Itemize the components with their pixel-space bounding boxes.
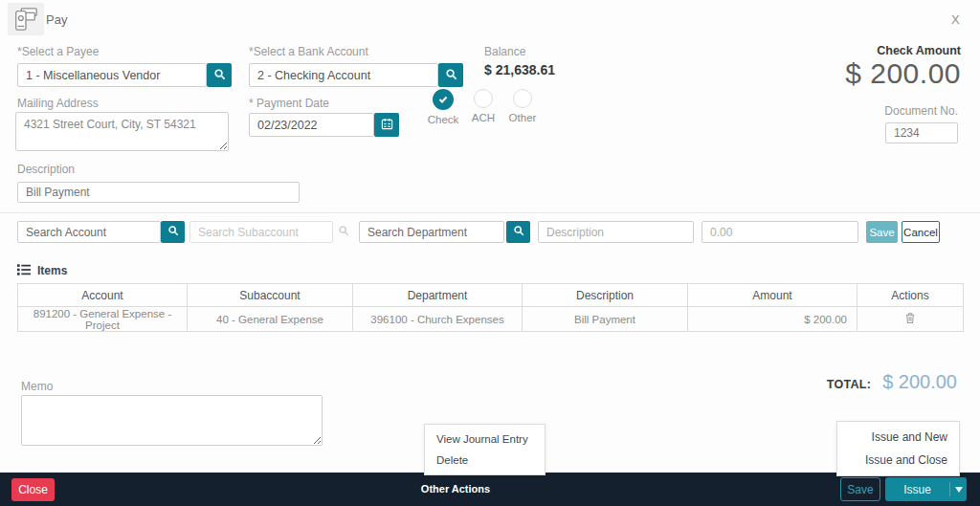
radio-unselected-icon <box>513 89 532 108</box>
other-actions-menu: View Journal Entry Delete <box>424 424 546 475</box>
payment-method-label: Other <box>509 112 537 123</box>
radio-selected-icon <box>433 89 454 110</box>
list-icon <box>17 262 31 279</box>
check-amount-label: Check Amount <box>877 44 961 57</box>
item-amount-input[interactable] <box>702 221 858 243</box>
item-save-button[interactable]: Save <box>866 221 898 243</box>
payment-date-input[interactable] <box>249 113 374 137</box>
issue-button-label: Issue <box>885 483 949 496</box>
check-amount-value: $ 200.00 <box>845 57 961 90</box>
save-button[interactable]: Save <box>840 477 880 501</box>
memo-textarea[interactable] <box>21 395 323 446</box>
issue-menu: Issue and New Issue and Close <box>836 421 960 476</box>
balance-value: $ 21,638.61 <box>484 62 555 77</box>
balance-label: Balance <box>484 45 525 58</box>
search-icon <box>445 68 457 83</box>
search-department-button[interactable] <box>506 221 530 243</box>
description-label: Description <box>17 163 75 176</box>
table-row: 891200 - General Expense - Project 40 - … <box>18 307 964 332</box>
menu-item-delete[interactable]: Delete <box>425 454 545 466</box>
pay-dialog: Pay X *Select a Payee *Select a Bank Acc… <box>0 0 980 506</box>
other-actions-button[interactable]: Other Actions <box>403 483 508 495</box>
search-icon <box>167 225 179 239</box>
payee-input[interactable] <box>17 63 207 87</box>
trash-icon[interactable] <box>904 312 916 326</box>
document-no-label: Document No. <box>884 104 958 118</box>
items-table-header-row: Account Subaccount Department Descriptio… <box>18 284 964 307</box>
item-account: 891200 - General Expense - Project <box>18 307 188 332</box>
memo-label: Memo <box>21 380 53 393</box>
radio-unselected-icon <box>474 89 493 108</box>
bank-account-input[interactable] <box>249 63 438 87</box>
total-row: TOTAL: $ 200.00 <box>827 371 957 393</box>
items-section-label: Items <box>37 264 67 277</box>
payment-date-label: * Payment Date <box>249 97 329 110</box>
total-value: $ 200.00 <box>882 371 957 393</box>
mailing-address-label: Mailing Address <box>17 97 99 110</box>
search-subaccount-button-disabled <box>333 221 354 243</box>
item-description: Bill Payment <box>523 307 688 332</box>
search-account-button[interactable] <box>161 221 185 243</box>
column-header-account: Account <box>18 284 188 307</box>
search-icon <box>513 225 524 239</box>
page-title: Pay <box>46 12 67 27</box>
item-subaccount: 40 - General Expense <box>188 307 353 332</box>
divider <box>0 212 980 213</box>
caret-down-icon[interactable] <box>949 482 967 496</box>
bank-account-search-button[interactable] <box>438 63 463 87</box>
calendar-icon <box>381 118 393 133</box>
item-department: 396100 - Church Expenses <box>353 307 523 332</box>
payee-label: *Select a Payee <box>17 45 99 58</box>
search-icon <box>213 68 226 83</box>
column-header-description: Description <box>523 284 688 307</box>
document-no-input[interactable] <box>885 122 958 143</box>
mailing-address-textarea[interactable]: 4321 Street Court, City, ST 54321 <box>15 112 229 151</box>
calendar-button[interactable] <box>374 113 399 137</box>
issue-button[interactable]: Issue <box>885 477 967 501</box>
payment-method-other[interactable]: Other <box>496 89 549 123</box>
menu-item-issue-and-new[interactable]: Issue and New <box>837 430 959 444</box>
description-input[interactable] <box>17 182 300 203</box>
menu-item-issue-and-close[interactable]: Issue and Close <box>837 453 959 467</box>
column-header-department: Department <box>353 284 523 307</box>
menu-item-view-journal-entry[interactable]: View Journal Entry <box>425 433 545 445</box>
close-icon[interactable]: X <box>946 11 966 29</box>
payment-method-label: ACH <box>472 112 495 123</box>
search-subaccount-input <box>189 221 333 243</box>
item-cancel-button[interactable]: Cancel <box>902 221 940 243</box>
search-icon <box>338 225 349 239</box>
items-section-header: Items <box>17 262 67 279</box>
footer-bar: Close Other Actions Save Issue <box>0 473 980 506</box>
payee-search-button[interactable] <box>207 63 232 87</box>
item-amount: $ 200.00 <box>688 307 858 332</box>
column-header-actions: Actions <box>858 284 964 307</box>
close-button[interactable]: Close <box>11 478 55 501</box>
column-header-subaccount: Subaccount <box>188 284 353 307</box>
pay-icon <box>8 3 44 35</box>
item-description-input[interactable] <box>538 221 694 243</box>
items-table: Account Subaccount Department Descriptio… <box>17 283 964 332</box>
bank-account-label: *Select a Bank Account <box>249 45 368 58</box>
item-actions-cell <box>858 307 964 332</box>
payment-method-label: Check <box>428 114 459 125</box>
column-header-amount: Amount <box>688 284 858 307</box>
total-label: TOTAL: <box>827 378 871 391</box>
search-account-input[interactable] <box>17 221 161 243</box>
search-department-input[interactable] <box>359 221 504 243</box>
